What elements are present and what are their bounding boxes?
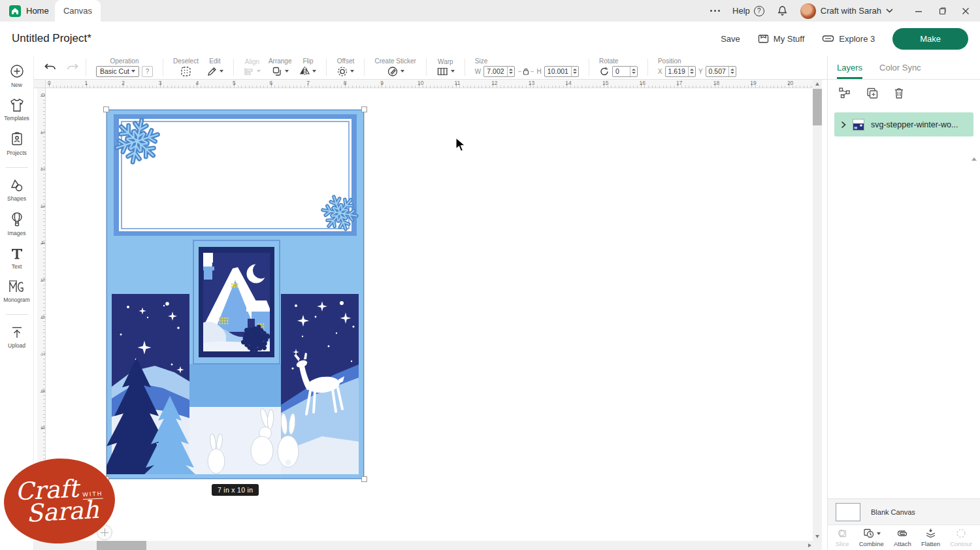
ruler-number: 7 [37, 352, 46, 360]
slice-button[interactable]: Slice [836, 528, 849, 547]
save-button[interactable]: Save [721, 34, 740, 44]
layer-row-svg-stepper[interactable]: svg-stepper-winter-wo... [834, 112, 973, 137]
offset-icon [336, 66, 348, 77]
position-group: Position X 1.619 Y 0.507 [654, 58, 740, 77]
duplicate-icon[interactable] [866, 87, 879, 99]
operation-select[interactable]: Basic Cut [96, 66, 139, 77]
combine-button[interactable]: Combine [859, 528, 884, 547]
warp-button[interactable] [436, 67, 455, 76]
more-menu-icon[interactable] [710, 10, 720, 12]
sidebar-item-text[interactable]: Text [10, 246, 24, 270]
rotate-input[interactable]: 0 [612, 66, 638, 77]
layer-name: svg-stepper-winter-wo... [871, 120, 958, 129]
window-minimize-button[interactable] [915, 7, 923, 15]
canvas-tab[interactable]: Canvas [55, 0, 101, 22]
blank-canvas-row[interactable]: Blank Canvas [828, 498, 980, 525]
position-x-input[interactable]: 1.619 [665, 66, 696, 77]
my-stuff-button[interactable]: My Stuff [758, 34, 804, 44]
size-width-stepper[interactable] [507, 67, 514, 76]
ruler-number: 2 [37, 167, 46, 175]
home-tab-label: Home [26, 6, 49, 16]
ruler-number: 18 [713, 80, 751, 86]
sidebar-item-images[interactable]: Images [8, 212, 26, 236]
edit-button[interactable] [206, 66, 223, 77]
position-x-stepper[interactable] [688, 67, 695, 76]
create-sticker-button[interactable] [387, 66, 404, 77]
sidebar-item-upload[interactable]: Upload [8, 325, 25, 349]
selection-handle-top-right[interactable] [361, 106, 367, 112]
selection-handle-bottom-right[interactable] [361, 476, 367, 482]
ruler-number: 6 [270, 80, 307, 86]
selected-artwork[interactable] [106, 110, 364, 479]
operation-group: Operation Basic Cut ? [92, 58, 157, 77]
ruler-number: 8 [344, 80, 381, 86]
canvas-workspace[interactable]: 01234567891011121314151617181920 0123456… [34, 80, 822, 550]
scroll-right-arrow-icon[interactable] [808, 543, 811, 547]
operation-help-button[interactable]: ? [142, 66, 153, 77]
help-label: Help [732, 6, 750, 16]
help-menu[interactable]: Help ? [732, 6, 764, 16]
tab-layers[interactable]: Layers [837, 56, 862, 79]
notifications-bell-icon[interactable] [777, 5, 788, 16]
sidebar-item-projects[interactable]: Projects [7, 131, 27, 156]
cutting-machine-icon [822, 34, 834, 43]
size-height-input[interactable]: 10.001 [544, 66, 579, 77]
sidebar-item-shapes[interactable]: Shapes [7, 178, 26, 202]
undo-button[interactable] [43, 61, 57, 73]
flip-group: Flip [295, 58, 320, 76]
align-button[interactable] [244, 67, 261, 76]
redo-button[interactable] [65, 61, 80, 73]
user-avatar [800, 3, 816, 19]
rotate-icon [599, 67, 610, 76]
deselect-button[interactable] [180, 66, 192, 77]
sidebar-item-new[interactable]: New [9, 63, 25, 88]
arrange-button[interactable] [272, 66, 289, 76]
ruler-number: 9 [37, 426, 46, 434]
canvas-color-swatch[interactable] [836, 503, 860, 521]
vertical-scroll-thumb[interactable] [813, 89, 822, 125]
my-stuff-envelope-icon [758, 34, 769, 44]
scroll-down-arrow-icon[interactable] [815, 535, 819, 538]
user-account-menu[interactable]: Craft with Sarah [800, 3, 893, 19]
position-y-stepper[interactable] [728, 67, 736, 76]
new-plus-icon [9, 63, 25, 79]
combine-caret-icon [877, 532, 881, 535]
size-height-stepper[interactable] [571, 67, 578, 76]
ruler-number: 16 [640, 80, 677, 86]
home-tab[interactable]: Home [9, 5, 51, 17]
group-layers-icon[interactable] [838, 87, 851, 99]
contour-button[interactable]: Contour [950, 528, 972, 547]
sidebar-item-monogram[interactable]: Monogram [3, 280, 30, 303]
tab-color-sync[interactable]: Color Sync [879, 56, 921, 79]
layers-panel: Layers Color Sync svg-stepper-winter-wo.… [827, 56, 980, 550]
explore-machine-button[interactable]: Explore 3 [822, 34, 875, 44]
logo-word-sarah: Sarah [25, 497, 99, 525]
attach-button[interactable]: Attach [894, 528, 911, 547]
window-close-button[interactable] [962, 7, 970, 15]
horizontal-scroll-thumb[interactable] [97, 541, 146, 550]
edit-group: Edit [203, 58, 227, 77]
ruler-number: 1 [85, 80, 122, 86]
layer-thumbnail [853, 119, 864, 131]
sidebar-item-templates[interactable]: Templates [4, 98, 29, 121]
lock-aspect-icon[interactable] [517, 67, 534, 76]
expand-chevron-icon[interactable] [841, 121, 846, 129]
flatten-button[interactable]: Flatten [921, 528, 940, 547]
mouse-cursor [455, 137, 467, 153]
horizontal-scrollbar[interactable] [34, 541, 822, 550]
dropdown-caret-icon [131, 70, 135, 73]
window-maximize-button[interactable] [938, 7, 946, 15]
selection-handle-top-left[interactable] [103, 106, 109, 112]
position-y-input[interactable]: 0.507 [706, 66, 736, 77]
scroll-up-arrow-icon[interactable] [815, 82, 819, 86]
make-button[interactable]: Make [892, 28, 968, 50]
offset-button[interactable] [336, 66, 354, 77]
ruler-number: 9 [380, 80, 417, 86]
size-width-input[interactable]: 7.002 [483, 66, 514, 77]
delete-trash-icon[interactable] [893, 87, 905, 99]
rotate-stepper[interactable] [630, 67, 637, 76]
vertical-scrollbar[interactable] [813, 80, 822, 541]
layer-list-scroll-caret[interactable] [972, 157, 977, 161]
flip-button[interactable] [299, 66, 316, 76]
upload-arrow-icon [10, 325, 24, 340]
